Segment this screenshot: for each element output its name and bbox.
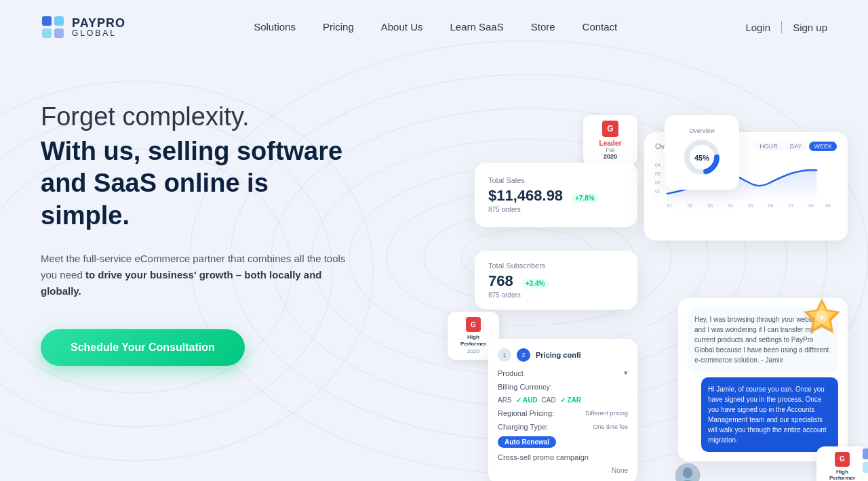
performer-icon-right: G <box>835 452 850 467</box>
nav-about-link[interactable]: About Us <box>381 21 423 33</box>
chat-avatar <box>675 463 700 481</box>
opt-zar-check: ✓ ZAR <box>560 396 581 404</box>
hero-section: Forget complexity. With us, selling soft… <box>0 54 868 481</box>
chat-reply: Hi Jamie, of course you can. Once you ha… <box>701 377 838 452</box>
svg-rect-11 <box>42 16 52 26</box>
pricing-options: ARS ✓ AUD CAD ✓ ZAR <box>498 396 628 404</box>
pricing-onetime: One time fee <box>593 423 628 430</box>
total-sales-orders: 875 orders <box>488 206 624 213</box>
nav-item-solutions[interactable]: Solutions <box>254 21 296 33</box>
svg-text:06: 06 <box>768 203 774 208</box>
pricing-none: None <box>498 467 628 474</box>
hero-visual: G Leader Fall 2020 Total Sales $11,468.9… <box>420 95 868 481</box>
leader-year: 2020 <box>591 153 629 160</box>
chat-avatar-inner <box>675 463 700 481</box>
pricing-currency-label: Billing Currency: <box>498 383 552 391</box>
hero-description: Meet the full-service eCommerce partner … <box>41 251 353 299</box>
total-subs-label: Total Subscribers <box>488 262 624 270</box>
pricing-regional-row: Regional Pricing: Different pricing <box>498 409 628 417</box>
pricing-product-value: ▾ <box>624 369 628 377</box>
logo[interactable]: PAYPRO GLOBAL <box>41 15 125 39</box>
performer-badge-right: G HighPerformer 2020 <box>816 446 868 481</box>
leader-icon: G <box>602 121 618 137</box>
svg-text:07: 07 <box>789 203 794 208</box>
chart-tab-day[interactable]: DAY <box>785 142 807 151</box>
svg-rect-39 <box>863 448 868 459</box>
donut-chart: 45% <box>682 137 722 177</box>
nav-solutions-link[interactable]: Solutions <box>254 21 296 33</box>
award-icon: ✦ <box>802 295 842 342</box>
pricing-step-2: 2 <box>517 348 530 362</box>
total-subs-value: 768 <box>488 272 513 290</box>
opt-aud-check: ✓ AUD <box>516 396 538 404</box>
svg-text:01: 01 <box>655 189 660 194</box>
leader-title: Leader <box>591 140 629 147</box>
nav-item-learn[interactable]: Learn SaaS <box>450 21 503 33</box>
svg-rect-14 <box>54 28 64 38</box>
nav-item-pricing[interactable]: Pricing <box>323 21 354 33</box>
pricing-header: 1 2 Pricing confi <box>498 348 628 362</box>
hero-title: With us, selling softwareand SaaS online… <box>41 135 393 232</box>
svg-text:✦: ✦ <box>819 314 825 321</box>
nav-item-contact[interactable]: Contact <box>583 21 618 33</box>
total-sales-label: Total Sales <box>488 176 624 184</box>
nav-divider <box>781 21 782 33</box>
pricing-charging-row: Charging Type: One time fee <box>498 423 628 431</box>
nav-pricing-link[interactable]: Pricing <box>323 21 354 33</box>
donut-label: Overview <box>689 127 715 134</box>
signup-button[interactable]: Sign up <box>793 22 827 33</box>
nav-contact-link[interactable]: Contact <box>583 21 618 33</box>
nav-item-about[interactable]: About Us <box>381 21 423 33</box>
opt-ars: ARS <box>498 396 512 404</box>
svg-text:01: 01 <box>667 203 673 208</box>
total-sales-badge: +7.8% <box>571 193 599 203</box>
performer-title-right: HighPerformer <box>825 469 860 481</box>
logo-paypro: PAYPRO <box>72 17 125 29</box>
login-button[interactable]: Login <box>745 22 770 33</box>
pricing-product-row: Product ▾ <box>498 369 628 377</box>
total-subs-orders: 875 orders <box>488 291 624 299</box>
logo-text: PAYPRO GLOBAL <box>72 17 125 37</box>
award-badge: ✦ <box>802 295 842 345</box>
nav-links: Solutions Pricing About Us Learn SaaS St… <box>254 21 617 33</box>
performer-title-left: HighPerformer <box>456 334 491 347</box>
performer-year-left: 2020 <box>456 348 491 354</box>
svg-text:03: 03 <box>707 203 713 208</box>
svg-text:02: 02 <box>688 203 693 208</box>
chart-tab-week[interactable]: WEEK <box>809 142 837 151</box>
pricing-renewal-pill: Auto Renewal <box>498 436 556 448</box>
hero-text: Forget complexity. With us, selling soft… <box>41 81 393 366</box>
svg-text:04: 04 <box>728 203 733 208</box>
svg-text:08: 08 <box>808 203 814 208</box>
svg-text:03: 03 <box>655 171 660 176</box>
pricing-crosssell-row: Cross-sell promo campaign <box>498 453 628 461</box>
chart-tabs: HOUR DAY WEEK <box>755 142 837 151</box>
svg-text:02: 02 <box>655 180 660 185</box>
pricing-title: Pricing confi <box>536 351 581 359</box>
hero-subtitle: Forget complexity. <box>41 102 393 133</box>
navbar: PAYPRO GLOBAL Solutions Pricing About Us… <box>0 0 868 54</box>
logo-global: GLOBAL <box>72 29 125 37</box>
chart-tab-hour[interactable]: HOUR <box>755 142 783 151</box>
cta-button[interactable]: Schedule Your Consultation <box>41 329 245 366</box>
pricing-renewal-row: Auto Renewal <box>498 436 628 448</box>
total-sales-value: $11,468.98 <box>488 187 563 205</box>
pricing-diff: Different pricing <box>585 410 628 417</box>
pricing-card: 1 2 Pricing confi Product ▾ Billing Curr… <box>488 339 637 481</box>
svg-rect-41 <box>863 462 868 473</box>
nav-item-store[interactable]: Store <box>531 21 555 33</box>
paypro-small-icon <box>861 447 868 474</box>
paypro-squares-svg <box>861 447 868 474</box>
hero-bold: to drive your business' growth – both lo… <box>41 269 322 297</box>
svg-point-33 <box>683 467 692 478</box>
pricing-currency-row: Billing Currency: <box>498 383 628 391</box>
nav-learn-link[interactable]: Learn SaaS <box>450 21 503 33</box>
svg-rect-13 <box>42 28 52 38</box>
svg-text:45%: 45% <box>694 154 709 162</box>
nav-auth: Login Sign up <box>745 21 827 33</box>
performer-icon-left: G <box>466 317 481 332</box>
pricing-crosssell-label: Cross-sell promo campaign <box>498 453 589 461</box>
leader-badge: G Leader Fall 2020 <box>583 115 637 165</box>
logo-icon <box>41 15 65 39</box>
nav-store-link[interactable]: Store <box>531 21 555 33</box>
